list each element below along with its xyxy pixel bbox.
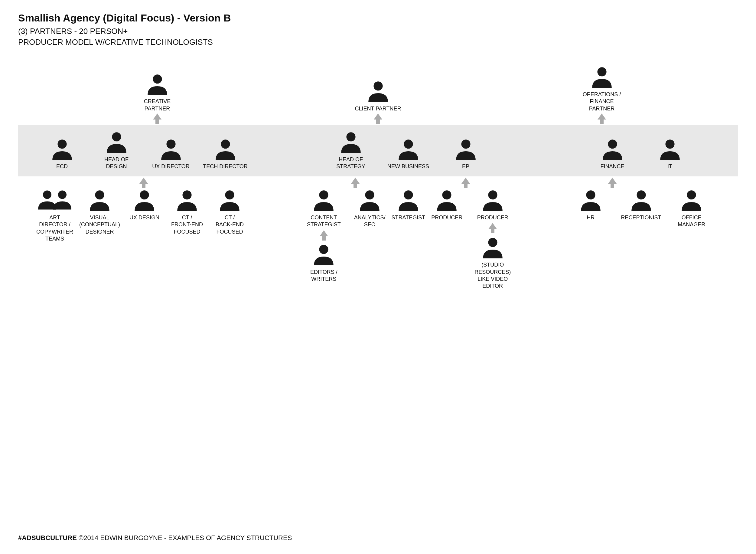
- svg-point-34: [488, 238, 497, 247]
- svg-point-30: [404, 190, 413, 200]
- svg-point-7: [112, 132, 121, 142]
- svg-point-32: [488, 190, 497, 200]
- header-subtitle: (3) PARTNERS - 20 PERSON+ PRODUCER MODEL…: [18, 26, 738, 48]
- svg-point-22: [95, 190, 104, 200]
- svg-point-28: [319, 245, 328, 254]
- content-strategist-node: CONTENTSTRATEGIST: [300, 189, 348, 228]
- client-partner-node: CLIENT PARTNER: [354, 80, 402, 112]
- svg-marker-19: [608, 178, 617, 188]
- svg-point-13: [608, 140, 617, 149]
- svg-point-25: [225, 190, 234, 200]
- editors-writers-label: EDITORS / WRITERS: [300, 269, 348, 283]
- footer: #ADSUBCULTURE ©2014 EDWIN BURGOYNE - EXA…: [18, 534, 292, 542]
- producer-1-label: PRODUCER: [431, 214, 462, 221]
- svg-point-24: [182, 190, 191, 200]
- hr-label: HR: [587, 214, 594, 221]
- visual-designer-node: VISUAL(CONCEPTUAL)DESIGNER: [79, 189, 120, 235]
- receptionist-node: RECEPTIONIST: [619, 189, 664, 221]
- studio-resources-node: (STUDIORESOURCES)LIKE VIDEOEDITOR: [468, 236, 517, 290]
- visual-designer-label: VISUAL(CONCEPTUAL)DESIGNER: [79, 214, 120, 235]
- svg-point-20: [43, 190, 51, 199]
- ct-front-end-node: CT /FRONT-ENDFOCUSED: [169, 189, 205, 235]
- svg-point-9: [221, 140, 230, 149]
- analytics-seo-node: ANALYTICS/SEO: [354, 189, 386, 228]
- svg-point-12: [461, 140, 470, 149]
- studio-resources-label: (STUDIORESOURCES)LIKE VIDEOEDITOR: [475, 262, 511, 290]
- svg-point-11: [404, 140, 413, 149]
- ep-node: EP: [442, 138, 490, 170]
- producer-2-group: PRODUCER (STUDIORESOURCES)LIKE VIDEOEDIT…: [468, 189, 517, 290]
- svg-marker-3: [153, 113, 162, 124]
- ct-back-end-node: CT /BACK-ENDFOCUSED: [211, 189, 248, 235]
- head-design-label: HEAD OF DESIGN: [94, 156, 139, 170]
- svg-marker-27: [320, 230, 328, 240]
- ct-front-end-label: CT /FRONT-ENDFOCUSED: [171, 214, 203, 235]
- svg-marker-18: [461, 178, 470, 188]
- svg-point-21: [58, 190, 67, 199]
- finance-label: FINANCE: [600, 163, 624, 170]
- svg-marker-5: [597, 113, 606, 124]
- header: Smallish Agency (Digital Focus) - Versio…: [18, 12, 738, 48]
- editors-writers-node: EDITORS / WRITERS: [300, 243, 348, 283]
- office-manager-label: OFFICEMANAGER: [678, 214, 705, 228]
- header-title: Smallish Agency (Digital Focus) - Versio…: [18, 12, 738, 24]
- head-design-node: HEAD OF DESIGN: [94, 131, 139, 170]
- creative-partner-node: CREATIVE PARTNER: [133, 73, 181, 112]
- ops-partner-node: OPERATIONS / FINANCEPARTNER: [578, 66, 626, 112]
- it-node: IT: [646, 138, 694, 170]
- new-business-label: NEW BUSINESS: [387, 163, 429, 170]
- svg-marker-33: [488, 223, 497, 233]
- tech-director-node: TECH DIRECTOR: [203, 138, 248, 170]
- svg-point-8: [166, 140, 175, 149]
- hr-node: HR: [569, 189, 613, 221]
- svg-point-26: [319, 190, 328, 200]
- strategist-label: STRATEGIST: [392, 214, 426, 221]
- creative-partner-label: CREATIVE PARTNER: [133, 98, 181, 112]
- footer-hashtag: #ADSUBCULTURE: [18, 534, 77, 542]
- svg-point-31: [442, 190, 451, 200]
- svg-marker-16: [351, 178, 360, 188]
- svg-point-1: [373, 81, 383, 91]
- strategist-node: STRATEGIST: [392, 189, 426, 221]
- ux-design-label: UX DESIGN: [129, 214, 160, 221]
- producer-2-node: PRODUCER: [468, 189, 517, 221]
- svg-marker-15: [139, 178, 148, 188]
- management-band: ECD HEAD OF DESIGN UX DIRECTOR TECH DIRE…: [18, 125, 738, 176]
- svg-point-37: [687, 190, 696, 200]
- svg-point-14: [665, 140, 674, 149]
- content-strategist-label: CONTENTSTRATEGIST: [307, 214, 341, 228]
- svg-point-10: [346, 132, 355, 142]
- svg-marker-17: [408, 178, 417, 188]
- svg-point-23: [140, 190, 149, 200]
- ux-design-node: UX DESIGN: [126, 189, 163, 221]
- ct-back-end-label: CT /BACK-ENDFOCUSED: [215, 214, 244, 235]
- analytics-seo-label: ANALYTICS/SEO: [354, 214, 386, 228]
- ep-label: EP: [462, 163, 469, 170]
- org-chart: CREATIVE PARTNER CLIENT PARTNER: [18, 66, 738, 290]
- content-strategist-group: CONTENTSTRATEGIST EDITORS / WRITERS: [300, 189, 348, 283]
- tech-director-label: TECH DIRECTOR: [203, 163, 248, 170]
- client-partner-label: CLIENT PARTNER: [355, 105, 401, 112]
- new-business-node: NEW BUSINESS: [384, 138, 432, 170]
- ux-director-node: UX DIRECTOR: [148, 138, 194, 170]
- svg-point-36: [637, 190, 646, 200]
- svg-point-29: [365, 190, 374, 200]
- finance-node: FINANCE: [588, 138, 637, 170]
- ops-partner-label: OPERATIONS / FINANCEPARTNER: [578, 91, 626, 112]
- svg-marker-4: [374, 113, 382, 124]
- svg-point-0: [153, 74, 162, 84]
- page: Smallish Agency (Digital Focus) - Versio…: [0, 0, 756, 554]
- head-strategy-node: HEAD OF STRATEGY: [327, 131, 375, 170]
- svg-point-2: [597, 67, 606, 76]
- producer-1-node: PRODUCER: [431, 189, 462, 221]
- ux-director-label: UX DIRECTOR: [152, 163, 190, 170]
- office-manager-node: OFFICEMANAGER: [669, 189, 714, 228]
- it-label: IT: [668, 163, 672, 170]
- ecd-label: ECD: [56, 163, 68, 170]
- svg-point-35: [586, 190, 595, 200]
- producer-2-label: PRODUCER: [477, 214, 508, 221]
- footer-text: ©2014 EDWIN BURGOYNE - EXAMPLES OF AGENC…: [77, 534, 292, 542]
- receptionist-label: RECEPTIONIST: [621, 214, 662, 221]
- head-strategy-label: HEAD OF STRATEGY: [327, 156, 375, 170]
- art-director-label: ART DIRECTOR /COPYWRITERTEAMS: [36, 214, 73, 243]
